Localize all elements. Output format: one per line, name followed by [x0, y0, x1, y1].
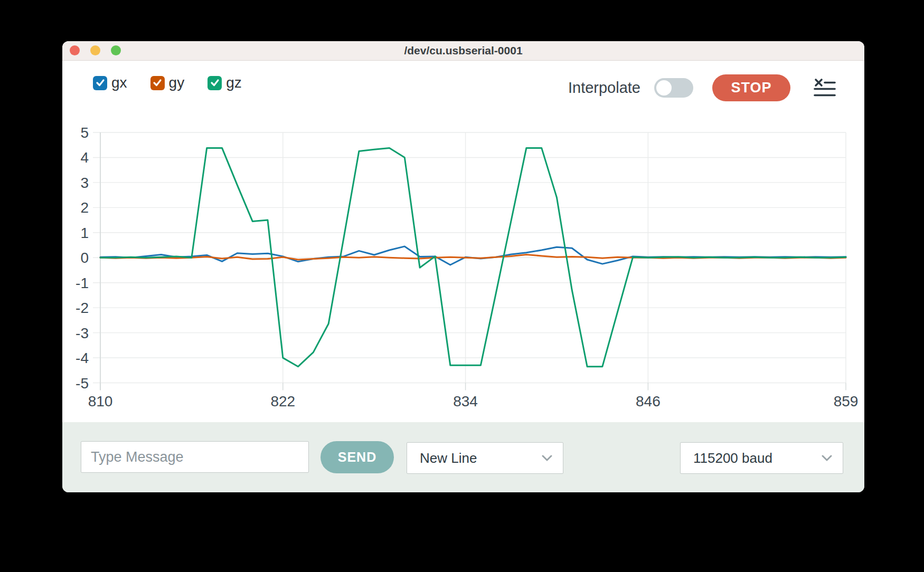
- series-checkbox-gx[interactable]: gx: [93, 74, 127, 91]
- chevron-down-icon: [542, 455, 552, 461]
- series-checkbox-gz[interactable]: gz: [208, 74, 242, 91]
- toggle-knob: [656, 80, 672, 96]
- y-tick-label: 4: [80, 149, 89, 166]
- send-button[interactable]: SEND: [320, 441, 394, 473]
- x-tick-label: 822: [270, 393, 295, 409]
- baud-rate-select[interactable]: 115200 baud: [680, 442, 843, 474]
- chevron-down-icon: [822, 455, 832, 461]
- check-icon: [210, 79, 220, 87]
- series-label: gx: [111, 74, 127, 91]
- y-tick-label: 0: [80, 250, 89, 266]
- stop-button[interactable]: STOP: [712, 74, 790, 101]
- series-checkbox-gy[interactable]: gy: [150, 74, 185, 91]
- series-legend: gxgygz: [93, 74, 242, 91]
- titlebar: /dev/cu.usbserial-0001: [62, 41, 864, 61]
- line-ending-select[interactable]: New Line: [407, 442, 563, 474]
- interpolate-toggle[interactable]: [654, 78, 693, 98]
- window-title: /dev/cu.usbserial-0001: [62, 41, 864, 60]
- x-tick-label: 846: [636, 393, 661, 409]
- check-icon: [153, 79, 162, 87]
- toolbar-right: Interpolate STOP: [568, 69, 836, 106]
- y-tick-label: -4: [76, 350, 89, 366]
- x-tick-label: 859: [834, 393, 859, 409]
- checkbox-gy[interactable]: [150, 76, 165, 90]
- x-tick-label: 810: [88, 393, 113, 409]
- line-chart: 543210-1-2-3-4-5810822834846859: [62, 119, 864, 417]
- message-input[interactable]: [81, 441, 309, 473]
- check-icon: [96, 79, 105, 87]
- y-tick-label: -5: [76, 375, 89, 392]
- series-line-gx: [100, 246, 846, 265]
- checkbox-gx[interactable]: [93, 76, 107, 90]
- y-tick-label: 5: [80, 125, 89, 141]
- x-tick-label: 834: [453, 393, 478, 409]
- toolbar: gxgygz Interpolate STOP: [62, 61, 864, 120]
- interpolate-label: Interpolate: [568, 79, 640, 97]
- y-tick-label: -1: [76, 275, 89, 291]
- y-tick-label: 1: [80, 225, 89, 241]
- baud-rate-value: 115200 baud: [693, 450, 772, 466]
- series-label: gz: [226, 74, 242, 91]
- series-label: gy: [169, 74, 185, 91]
- app-window: /dev/cu.usbserial-0001 gxgygz Interpolat…: [62, 41, 864, 492]
- y-tick-label: -3: [76, 325, 89, 341]
- clear-list-icon[interactable]: [814, 77, 836, 99]
- line-ending-value: New Line: [420, 450, 477, 466]
- footer-bar: SEND New Line 115200 baud: [62, 422, 864, 492]
- y-tick-label: -2: [76, 300, 89, 316]
- checkbox-gz[interactable]: [208, 76, 222, 90]
- y-tick-label: 2: [80, 199, 89, 216]
- y-tick-label: 3: [80, 175, 89, 191]
